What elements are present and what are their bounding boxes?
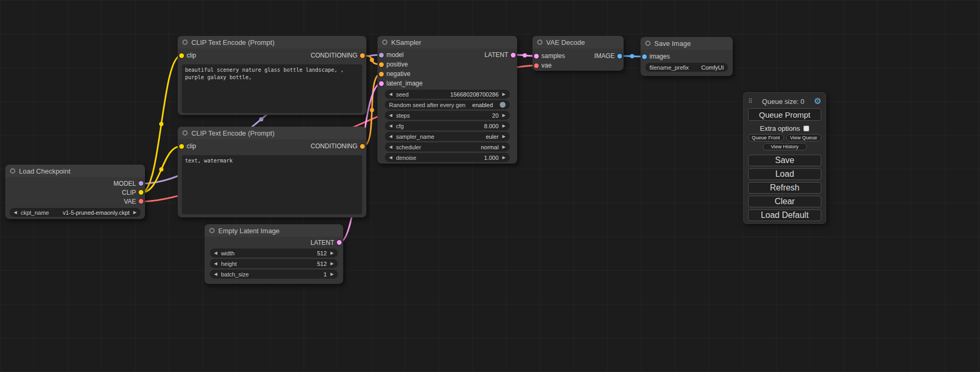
increment-arrow-icon[interactable]: ▶ — [502, 123, 506, 128]
output-slot-latent[interactable]: LATENT — [311, 239, 342, 246]
output-slot-conditioning[interactable]: CONDITIONING — [311, 52, 365, 59]
output-slot-clip[interactable]: CLIP — [122, 189, 143, 196]
input-slot-vae[interactable]: vae — [534, 62, 551, 69]
clip-slot-icon[interactable] — [179, 144, 184, 149]
widget-ckpt-name[interactable]: ◀ ckpt_name v1-5-pruned-emaonly.ckpt ▶ — [9, 208, 141, 217]
clip-slot-icon[interactable] — [139, 190, 143, 195]
widget-sampler-name[interactable]: ◀ sampler_name euler ▶ — [385, 132, 510, 141]
input-slot-clip[interactable]: clip — [179, 142, 196, 150]
decrement-arrow-icon[interactable]: ◀ — [389, 134, 392, 139]
decrement-arrow-icon[interactable]: ◀ — [214, 251, 217, 255]
node-ksampler[interactable]: KSampler model LATENT positive negative — [377, 36, 517, 164]
collapse-toggle-icon[interactable] — [182, 40, 188, 45]
collapse-toggle-icon[interactable] — [209, 228, 215, 233]
load-default-button[interactable]: Load Default — [748, 209, 821, 221]
settings-gear-icon[interactable]: ⚙ — [814, 97, 821, 106]
decrement-arrow-icon[interactable]: ◀ — [389, 155, 392, 160]
widget-batch-size[interactable]: ◀ batch_size 1 ▶ — [210, 270, 338, 279]
node-header[interactable]: CLIP Text Encode (Prompt) — [178, 36, 366, 49]
model-slot-icon[interactable] — [139, 181, 143, 186]
widget-width[interactable]: ◀ width 512 ▶ — [210, 249, 338, 257]
input-slot-negative[interactable]: negative — [379, 70, 410, 78]
vae-slot-icon[interactable] — [534, 63, 539, 68]
latent-slot-icon[interactable] — [534, 54, 539, 59]
decrement-arrow-icon[interactable]: ◀ — [389, 145, 392, 149]
node-header[interactable]: Empty Latent Image — [205, 224, 343, 237]
node-load-checkpoint[interactable]: Load Checkpoint MODEL CLIP VAE ◀ ckpt_na… — [5, 165, 145, 219]
decrement-arrow-icon[interactable]: ◀ — [214, 261, 217, 266]
widget-filename-prefix[interactable]: filename_prefix ComfyUI — [645, 63, 728, 72]
collapse-toggle-icon[interactable] — [382, 40, 387, 45]
view-history-button[interactable]: View History — [763, 143, 807, 150]
view-queue-button[interactable]: View Queue — [786, 134, 822, 141]
load-button[interactable]: Load — [748, 168, 821, 180]
output-slot-model[interactable]: MODEL — [113, 180, 143, 187]
node-vae-decode[interactable]: VAE Decode samples IMAGE vae — [532, 36, 624, 71]
widget-scheduler[interactable]: ◀ scheduler normal ▶ — [385, 142, 510, 151]
collapse-toggle-icon[interactable] — [645, 41, 651, 46]
decrement-arrow-icon[interactable]: ◀ — [389, 92, 392, 97]
output-slot-latent[interactable]: LATENT — [484, 51, 516, 59]
decrement-arrow-icon[interactable]: ◀ — [389, 123, 392, 128]
increment-arrow-icon[interactable]: ▶ — [502, 134, 506, 139]
queue-front-button[interactable]: Queue Front — [748, 134, 784, 141]
output-slot-image[interactable]: IMAGE — [594, 52, 622, 60]
prompt-textarea[interactable]: text, watermark — [182, 155, 362, 214]
latent-slot-icon[interactable] — [337, 240, 342, 245]
increment-arrow-icon[interactable]: ▶ — [502, 145, 506, 149]
refresh-button[interactable]: Refresh — [748, 182, 821, 194]
widget-cfg[interactable]: ◀ cfg 8.000 ▶ — [385, 121, 510, 130]
input-slot-images[interactable]: images — [642, 53, 670, 60]
input-slot-samples[interactable]: samples — [534, 52, 565, 60]
increment-arrow-icon[interactable]: ▶ — [502, 113, 506, 118]
conditioning-slot-icon[interactable] — [360, 53, 365, 58]
node-save-image[interactable]: Save Image images filename_prefix ComfyU… — [641, 37, 733, 76]
node-canvas[interactable]: Load Checkpoint MODEL CLIP VAE ◀ ckpt_na… — [0, 0, 980, 372]
clip-slot-icon[interactable] — [179, 53, 184, 58]
node-clip-text-encode-negative[interactable]: CLIP Text Encode (Prompt) clip CONDITION… — [178, 127, 366, 217]
increment-arrow-icon[interactable]: ▶ — [502, 155, 506, 160]
widget-denoise[interactable]: ◀ denoise 1.000 ▶ — [385, 153, 510, 162]
widget-height[interactable]: ◀ height 512 ▶ — [210, 259, 338, 268]
model-slot-icon[interactable] — [379, 53, 384, 58]
increment-arrow-icon[interactable]: ▶ — [331, 251, 334, 255]
vae-slot-icon[interactable] — [139, 199, 143, 204]
latent-slot-icon[interactable] — [379, 81, 384, 86]
increment-arrow-icon[interactable]: ▶ — [331, 261, 334, 266]
queue-prompt-button[interactable]: Queue Prompt — [748, 108, 821, 121]
node-header[interactable]: Save Image — [641, 37, 733, 50]
output-slot-vae[interactable]: VAE — [124, 198, 143, 205]
extra-options-checkbox[interactable] — [803, 126, 809, 131]
widget-random-seed-toggle[interactable]: Random seed after every gen enabled — [385, 100, 510, 109]
increment-arrow-icon[interactable]: ▶ — [133, 210, 137, 215]
prompt-textarea[interactable]: beautiful scenery nature glass bottle la… — [182, 64, 362, 113]
increment-arrow-icon[interactable]: ▶ — [502, 92, 506, 97]
image-slot-icon[interactable] — [617, 54, 622, 59]
node-header[interactable]: Load Checkpoint — [5, 165, 145, 177]
collapse-toggle-icon[interactable] — [537, 40, 542, 45]
conditioning-slot-icon[interactable] — [360, 144, 365, 149]
decrement-arrow-icon[interactable]: ◀ — [389, 113, 392, 118]
decrement-arrow-icon[interactable]: ◀ — [14, 210, 17, 215]
node-clip-text-encode-positive[interactable]: CLIP Text Encode (Prompt) clip CONDITION… — [178, 36, 366, 115]
drag-handle-icon[interactable]: ⠿ — [748, 98, 753, 105]
node-header[interactable]: CLIP Text Encode (Prompt) — [178, 127, 366, 139]
node-empty-latent-image[interactable]: Empty Latent Image LATENT ◀ width 512 ▶ … — [205, 224, 343, 284]
collapse-toggle-icon[interactable] — [10, 168, 15, 174]
input-slot-positive[interactable]: positive — [379, 61, 408, 68]
save-button[interactable]: Save — [748, 155, 821, 166]
input-slot-latent-image[interactable]: latent_image — [379, 80, 423, 87]
conditioning-slot-icon[interactable] — [379, 62, 384, 67]
collapse-toggle-icon[interactable] — [182, 130, 188, 136]
node-header[interactable]: KSampler — [377, 36, 517, 49]
node-header[interactable]: VAE Decode — [532, 36, 624, 49]
toggle-indicator-icon[interactable] — [500, 102, 506, 108]
conditioning-slot-icon[interactable] — [379, 72, 384, 77]
increment-arrow-icon[interactable]: ▶ — [331, 272, 334, 276]
input-slot-clip[interactable]: clip — [179, 52, 196, 59]
output-slot-conditioning[interactable]: CONDITIONING — [311, 142, 365, 150]
image-slot-icon[interactable] — [642, 54, 647, 59]
decrement-arrow-icon[interactable]: ◀ — [214, 272, 217, 276]
input-slot-model[interactable]: model — [379, 51, 404, 59]
latent-slot-icon[interactable] — [511, 53, 516, 58]
